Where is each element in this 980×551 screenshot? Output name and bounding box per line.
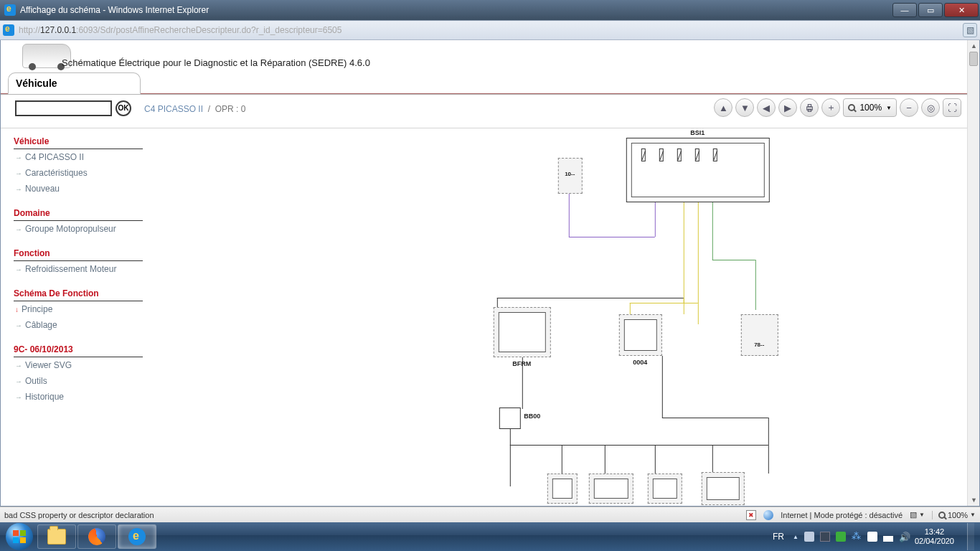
zoom-out-button[interactable]: − [900, 98, 918, 117]
module-78[interactable] [740, 314, 778, 356]
search-ok-button[interactable]: OK [116, 100, 131, 116]
system-tray: FR ▲ ⁂ 🔊 13:42 02/04/2020 [770, 523, 974, 550]
address-bar[interactable]: http://127.0.0.1:6093/Sdr/postAffineRech… [0, 20, 980, 40]
compat-view-button[interactable]: ▧ [963, 23, 977, 37]
label-78: 78-- [743, 342, 775, 348]
start-button[interactable] [6, 523, 33, 550]
module-bb00[interactable] [499, 408, 520, 429]
status-message: bad CSS property or descriptor declarati… [4, 511, 154, 519]
scroll-up-icon[interactable]: ▲ [968, 40, 979, 52]
label-0004: 0004 [622, 359, 658, 366]
module-bfrm[interactable] [493, 307, 550, 357]
security-icon[interactable]: ✖ [746, 510, 756, 520]
status-zoom[interactable]: 100% ▼ [932, 511, 976, 519]
url-display[interactable]: http://127.0.0.1:6093/Sdr/postAffineRech… [19, 25, 341, 35]
sidebar-item[interactable]: →Caractéristiques [14, 165, 143, 181]
chevron-down-icon: ▼ [886, 105, 892, 111]
sidebar-item-active[interactable]: ↓Principe [14, 301, 143, 317]
breadcrumb: C4 PICASSO II / OPR : 0 [144, 104, 245, 114]
action-center-icon[interactable] [867, 532, 877, 542]
network-icon[interactable] [883, 532, 893, 542]
module-1510[interactable] [647, 474, 682, 504]
search-input[interactable] [15, 100, 112, 116]
label-bb00: BB00 [524, 413, 548, 420]
show-desktop-button[interactable] [967, 523, 974, 550]
fit-button[interactable]: ◎ [921, 98, 940, 117]
module-1320[interactable] [588, 474, 633, 504]
taskbar-firefox[interactable] [77, 524, 116, 549]
label-10: 10-- [558, 171, 581, 177]
window-title: Affichage du schéma - Windows Internet E… [20, 5, 209, 15]
taskbar-ie[interactable] [118, 524, 156, 549]
folder-icon [47, 529, 66, 545]
nav-left-button[interactable]: ◀ [757, 98, 776, 117]
globe-icon [763, 510, 773, 520]
minimize-button[interactable]: — [892, 3, 917, 17]
zoom-icon [848, 104, 855, 111]
sidebar-item[interactable]: →Viewer SVG [14, 357, 143, 373]
sidebar-item[interactable]: →Outils [14, 373, 143, 389]
fullscreen-button[interactable]: ⛶ [943, 98, 961, 117]
module-bsi1[interactable] [626, 138, 769, 202]
ie-icon [4, 4, 16, 16]
breadcrumb-link[interactable]: C4 PICASSO II [144, 104, 203, 114]
label-bsi1: BSI1 [676, 129, 719, 136]
firefox-icon [88, 528, 105, 545]
breadcrumb-opr: OPR : 0 [215, 104, 246, 114]
tray-icon[interactable] [820, 532, 830, 542]
sidebar-item[interactable]: →Câblage [14, 317, 143, 333]
module-1522[interactable] [701, 472, 744, 505]
taskbar-explorer[interactable] [37, 524, 76, 549]
zoom-icon [938, 512, 946, 519]
volume-icon[interactable]: 🔊 [899, 532, 909, 542]
tray-expand-icon[interactable]: ▲ [793, 534, 798, 540]
page-favicon [3, 24, 14, 36]
zoom-in-button[interactable]: ＋ [821, 98, 840, 117]
window-titlebar: Affichage du schéma - Windows Internet E… [0, 0, 980, 20]
nav-right-button[interactable]: ▶ [778, 98, 797, 117]
sidebar-heading-date: 9C- 06/10/2013 [14, 342, 143, 357]
status-network: Internet | Mode protégé : désactivé [781, 511, 903, 519]
tray-clock[interactable]: 13:42 02/04/2020 [915, 527, 957, 546]
sidebar-item[interactable]: →Refroidissement Moteur [14, 261, 143, 277]
ie-icon [128, 528, 146, 545]
sidebar-item[interactable]: →Historique [14, 389, 143, 405]
vertical-scrollbar[interactable]: ▲ ▼ [967, 40, 979, 506]
nav-up-button[interactable]: ▲ [714, 98, 732, 117]
tray-icon[interactable] [804, 532, 814, 542]
scroll-thumb[interactable] [969, 52, 978, 66]
tray-icon[interactable] [836, 532, 846, 542]
bluetooth-icon[interactable]: ⁂ [852, 532, 862, 542]
module-1220[interactable] [547, 474, 577, 504]
sidebar-item[interactable]: →C4 PICASSO II [14, 149, 143, 165]
maximize-button[interactable]: ▭ [918, 3, 943, 17]
sidebar-heading-fonction: Fonction [14, 245, 143, 261]
viewer-toolbar: ▲ ▼ ◀ ▶ ＋ 100% ▼ − ◎ ⛶ [714, 98, 961, 117]
zoom-select[interactable]: 100% ▼ [843, 98, 897, 117]
close-button[interactable]: ✕ [944, 3, 979, 17]
sidebar-heading-schema: Schéma De Fonction [14, 286, 143, 301]
scroll-down-icon[interactable]: ▼ [968, 494, 979, 506]
sidebar-item[interactable]: →Nouveau [14, 181, 143, 197]
sidebar-heading-domaine: Domaine [14, 205, 143, 221]
sidebar: Véhicule →C4 PICASSO II →Caractéristique… [14, 133, 143, 405]
module-0004[interactable] [618, 314, 661, 356]
app-title: Schématique Électrique pour le Diagnosti… [62, 57, 370, 68]
sidebar-heading-vehicule: Véhicule [14, 133, 143, 149]
ie-status-bar: bad CSS property or descriptor declarati… [0, 507, 980, 522]
svg-rect-1 [808, 104, 811, 106]
status-dropdown[interactable]: ▧▼ [910, 510, 925, 519]
taskbar: FR ▲ ⁂ 🔊 13:42 02/04/2020 [0, 522, 980, 551]
tab-vehicule[interactable]: Véhicule [8, 72, 141, 94]
language-indicator[interactable]: FR [770, 530, 787, 543]
schematic-viewer[interactable]: BSI1 10-- [151, 129, 961, 501]
print-button[interactable] [800, 98, 819, 117]
sidebar-item[interactable]: →Groupe Motopropulseur [14, 221, 143, 237]
nav-down-button[interactable]: ▼ [735, 98, 754, 117]
